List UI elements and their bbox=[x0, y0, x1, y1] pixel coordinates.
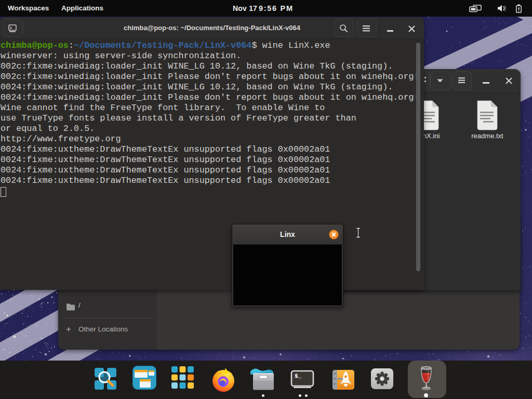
svg-text:$_: $_ bbox=[295, 373, 302, 379]
